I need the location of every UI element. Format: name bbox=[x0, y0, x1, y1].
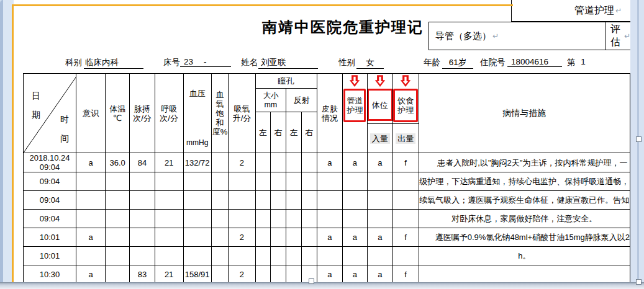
cell-pupil-reflex-right[interactable] bbox=[301, 247, 317, 265]
cell-spo2[interactable] bbox=[211, 265, 229, 283]
resize-handle[interactable] bbox=[636, 279, 642, 285]
cell-skin[interactable] bbox=[317, 191, 342, 210]
cell-consciousness[interactable] bbox=[76, 172, 106, 191]
cell-pupil-reflex-right[interactable] bbox=[301, 172, 317, 191]
cell-pupil-reflex-left[interactable] bbox=[286, 210, 301, 228]
cell-consciousness[interactable] bbox=[76, 191, 106, 210]
cell-respiration[interactable]: 21 bbox=[155, 153, 183, 172]
cell-notes[interactable]: 对卧床休息，家属做好陪伴，注意安全。 bbox=[419, 210, 630, 228]
cell-pulse[interactable] bbox=[130, 172, 155, 191]
cell-temperature[interactable] bbox=[106, 191, 130, 210]
cell-notes[interactable]: 患者入院时,以"胸闷2天"为主诉，按内科常规护理，一 bbox=[419, 153, 630, 172]
cell-respiration[interactable] bbox=[155, 172, 183, 191]
cell-datetime[interactable]: 10:01 bbox=[24, 247, 76, 265]
cell-blood-pressure[interactable] bbox=[183, 191, 211, 210]
cell-respiration[interactable] bbox=[155, 228, 183, 247]
cell-respiration[interactable]: 21 bbox=[155, 265, 183, 283]
cell-spo2[interactable] bbox=[211, 191, 229, 210]
cell-skin[interactable]: a bbox=[317, 265, 342, 283]
cell-datetime[interactable]: 09:04 bbox=[24, 172, 76, 191]
cell-skin[interactable] bbox=[317, 172, 342, 191]
cell-consciousness[interactable]: a bbox=[76, 265, 106, 283]
cell-pipe-care[interactable]: a bbox=[342, 228, 367, 247]
cell-spo2[interactable] bbox=[211, 210, 229, 228]
resize-handle[interactable] bbox=[309, 278, 314, 284]
assess-cell[interactable]: 评估↵ bbox=[605, 22, 630, 50]
cell-temperature[interactable] bbox=[106, 228, 130, 247]
cell-position[interactable]: a bbox=[368, 153, 392, 172]
age-value[interactable]: 61岁 bbox=[442, 57, 473, 69]
cell-pupil-reflex-left[interactable] bbox=[286, 172, 301, 191]
cell-pupil-size-left[interactable] bbox=[255, 247, 270, 265]
cell-pulse[interactable] bbox=[130, 228, 155, 247]
header-pipe-care[interactable]: 管道 护理 bbox=[342, 74, 367, 153]
cell-oxygen[interactable] bbox=[229, 191, 255, 210]
cell-pipe-care[interactable]: a bbox=[342, 265, 367, 283]
cell-pupil-size-left[interactable] bbox=[255, 265, 270, 283]
cell-oxygen[interactable] bbox=[229, 247, 255, 265]
cell-pupil-reflex-right[interactable] bbox=[301, 191, 317, 210]
cell-pulse[interactable]: 84 bbox=[130, 153, 155, 172]
admission-value[interactable]: 18004616 bbox=[507, 57, 562, 67]
cell-temperature[interactable] bbox=[106, 210, 130, 228]
cell-pupil-size-left[interactable] bbox=[255, 191, 270, 210]
cell-consciousness[interactable] bbox=[76, 210, 106, 228]
cell-position[interactable] bbox=[368, 247, 392, 265]
cell-datetime[interactable]: 10:01 bbox=[24, 228, 76, 247]
cell-pupil-reflex-right[interactable] bbox=[301, 153, 317, 172]
cell-blood-pressure[interactable] bbox=[183, 247, 211, 265]
cell-pupil-size-left[interactable] bbox=[255, 153, 270, 172]
cell-pipe-care[interactable] bbox=[342, 210, 367, 228]
cell-position[interactable]: a bbox=[368, 228, 392, 247]
cell-diet-care[interactable]: f bbox=[392, 228, 419, 247]
cell-pulse[interactable]: 83 bbox=[130, 265, 155, 283]
header-diet-care[interactable]: 饮食 护理 bbox=[392, 74, 419, 124]
cell-notes[interactable] bbox=[419, 265, 630, 283]
cell-respiration[interactable] bbox=[155, 191, 183, 210]
cell-pupil-size-left[interactable] bbox=[255, 228, 270, 247]
cell-pupil-reflex-left[interactable] bbox=[286, 265, 301, 283]
cell-skin[interactable] bbox=[317, 247, 342, 265]
cell-oxygen[interactable]: 2 bbox=[229, 265, 255, 283]
cell-pupil-reflex-left[interactable] bbox=[286, 153, 301, 172]
cell-blood-pressure[interactable]: 158/91 bbox=[183, 265, 211, 283]
cell-oxygen[interactable] bbox=[229, 172, 255, 191]
cell-oxygen[interactable]: 2 bbox=[229, 153, 255, 172]
cell-pulse[interactable] bbox=[130, 247, 155, 265]
cell-pipe-care[interactable] bbox=[342, 247, 367, 265]
cell-oxygen[interactable]: 2 bbox=[229, 228, 255, 247]
sex-value[interactable]: 女 bbox=[356, 57, 384, 69]
cell-spo2[interactable] bbox=[211, 153, 229, 172]
cell-oxygen[interactable] bbox=[229, 210, 255, 228]
cell-datetime[interactable]: 09:04 bbox=[24, 191, 76, 210]
cell-datetime[interactable]: 2018.10.24 09:04 bbox=[24, 153, 76, 172]
cell-temperature[interactable] bbox=[106, 172, 130, 191]
cell-diet-care[interactable] bbox=[392, 172, 419, 191]
cell-notes[interactable]: 级护理，下达病重通知，持续心电监护、保持呼吸道通畅， bbox=[419, 172, 630, 191]
cell-pupil-size-left[interactable] bbox=[255, 210, 270, 228]
cell-diet-care[interactable] bbox=[392, 191, 419, 210]
cell-temperature[interactable] bbox=[106, 247, 130, 265]
cell-pupil-reflex-left[interactable] bbox=[286, 228, 301, 247]
cell-position[interactable] bbox=[368, 191, 392, 210]
cell-blood-pressure[interactable] bbox=[183, 228, 211, 247]
cell-blood-pressure[interactable] bbox=[183, 172, 211, 191]
cell-pupil-size-right[interactable] bbox=[270, 172, 286, 191]
dept-value[interactable]: 临床内科 bbox=[84, 57, 143, 69]
cell-notes[interactable]: h。 bbox=[419, 247, 630, 265]
cell-respiration[interactable] bbox=[155, 247, 183, 265]
cell-temperature[interactable]: 36.0 bbox=[106, 153, 130, 172]
cell-skin[interactable]: a bbox=[317, 228, 342, 247]
header-position[interactable]: 体位 bbox=[368, 74, 392, 124]
cell-consciousness[interactable] bbox=[76, 247, 106, 265]
cell-pipe-care[interactable]: a bbox=[342, 153, 367, 172]
cell-position[interactable] bbox=[368, 172, 392, 191]
cell-diet-care[interactable] bbox=[392, 210, 419, 228]
cell-temperature[interactable] bbox=[106, 265, 130, 283]
cell-pupil-reflex-left[interactable] bbox=[286, 247, 301, 265]
cell-pupil-size-right[interactable] bbox=[270, 247, 286, 265]
cell-pupil-reflex-left[interactable] bbox=[286, 191, 301, 210]
cell-pipe-care[interactable] bbox=[342, 172, 367, 191]
cell-diet-care[interactable]: f bbox=[392, 265, 419, 283]
cell-spo2[interactable] bbox=[211, 172, 229, 191]
